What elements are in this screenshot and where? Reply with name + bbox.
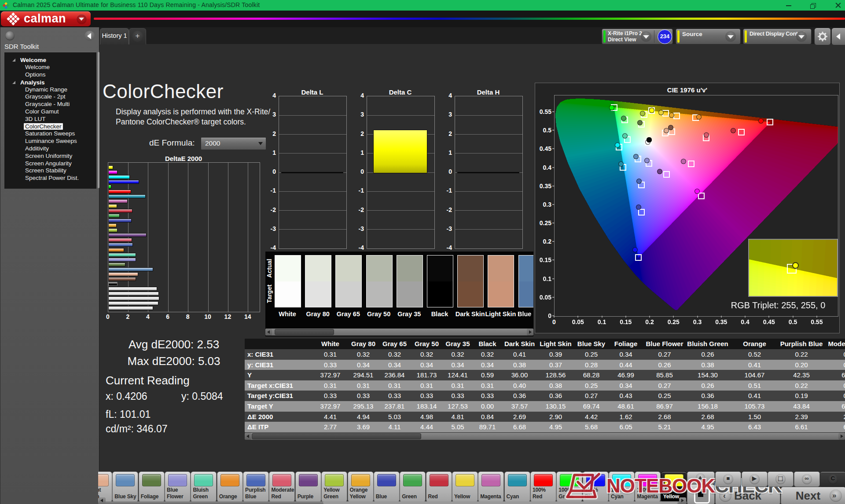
patch-button-moderate-red[interactable]: Moderate Red <box>269 471 295 502</box>
scrollbar-thumb[interactable] <box>323 501 678 504</box>
patch-button-red[interactable]: Red <box>426 471 452 502</box>
tool-icon-rect: ■ <box>723 474 733 484</box>
minimize-button[interactable] <box>779 0 798 11</box>
patch-button-orange[interactable]: Orange <box>217 471 243 502</box>
gridline <box>279 229 346 230</box>
toolbar-collapse-button[interactable] <box>831 28 845 45</box>
cie-measured-blue-flower <box>644 158 650 163</box>
scroll-right-button[interactable] <box>679 497 686 504</box>
tree-item-saturation-sweeps[interactable]: Saturation Sweeps <box>4 130 96 138</box>
swatch-gray-80 <box>305 255 331 307</box>
scroll-right-button[interactable] <box>527 329 533 336</box>
y-tick-label: 1 <box>438 149 452 156</box>
patch-button-magenta[interactable]: Magenta <box>478 471 504 502</box>
meter-count-badge[interactable]: 234 <box>658 29 672 44</box>
scroll-left-button[interactable] <box>245 433 251 440</box>
tree-item-3d-lut[interactable]: 3D LUT <box>4 116 96 123</box>
patch-button-green[interactable]: Green <box>400 471 426 502</box>
tree-item-screen-stability[interactable]: Screen Stability <box>4 167 96 175</box>
patch-button-100-blue[interactable]: 100% Blue <box>583 471 609 502</box>
swatch-scrollbar[interactable] <box>265 329 533 336</box>
tree-item-colorchecker[interactable]: ColorChecker <box>4 123 96 131</box>
pattern-tool-button-play[interactable]: ▶ <box>742 471 768 487</box>
tree-item-spectral-power-dist-[interactable]: Spectral Power Dist. <box>4 175 96 182</box>
patch-button-yellow-green[interactable]: Yellow Green <box>321 471 347 502</box>
scroll-left-button[interactable] <box>265 329 272 336</box>
tree-item-screen-angularity[interactable]: Screen Angularity <box>4 160 96 168</box>
tree-item-luminance-sweeps[interactable]: Luminance Sweeps <box>4 138 96 145</box>
pattern-up-button[interactable] <box>687 471 715 484</box>
scroll-right-button[interactable] <box>838 433 845 440</box>
gridline <box>367 210 434 211</box>
tree-item-additivity[interactable]: Additivity <box>4 145 96 153</box>
patch-button-100-green[interactable]: 100% Green <box>556 471 582 502</box>
table-cell: 0.25 <box>574 380 608 391</box>
close-button[interactable] <box>828 0 845 11</box>
patch-button-orange-yellow[interactable]: Orange Yellow <box>348 471 374 502</box>
patch-button-cyan[interactable]: Cyan <box>504 471 530 502</box>
settings-button[interactable] <box>814 28 831 45</box>
patch-button-100-red[interactable]: 100% Red <box>530 471 556 502</box>
gridline <box>455 191 522 192</box>
patch-button-100-cyan[interactable]: 100% Cyan <box>609 471 635 502</box>
pattern-tool-button-rect[interactable]: ■ <box>715 471 741 487</box>
calman-menu-button[interactable]: calman <box>1 11 91 26</box>
add-tab-button[interactable]: + <box>129 28 146 44</box>
table-cell: 0.34 <box>411 360 443 370</box>
patch-button-blue[interactable]: Blue <box>374 471 400 502</box>
tree-scrollbar[interactable] <box>98 52 99 188</box>
pattern-window-button[interactable] <box>687 484 715 504</box>
tree-expander-icon[interactable] <box>12 81 15 84</box>
patch-button-bluish-green[interactable]: Bluish Green <box>191 471 217 502</box>
meter-dropdown[interactable]: X-Rite i1Pro 2 Direct View 234 <box>602 29 673 44</box>
pattern-tool-button-frame[interactable]: ⬚ <box>768 471 794 487</box>
tree-expander-icon[interactable] <box>12 58 15 62</box>
patch-button-100-magenta[interactable]: 100% Magenta <box>635 471 661 502</box>
cie-tick-mark <box>552 204 554 205</box>
maximize-button[interactable] <box>804 0 823 11</box>
patch-button-label: 100% Cyan <box>610 487 634 500</box>
scrollbar-thumb[interactable] <box>275 329 334 335</box>
pattern-tool-button-curve[interactable]: ∞ <box>794 471 820 487</box>
tree-item-screen-uniformity[interactable]: Screen Uniformity <box>4 153 96 160</box>
patch-button-foliage[interactable]: Foliage <box>139 471 165 502</box>
patch-button-blue-flower[interactable]: Blue Flower <box>165 471 191 502</box>
swatch-actual <box>458 256 483 281</box>
next-button[interactable]: Next » <box>781 487 845 504</box>
sidebar-collapse-button[interactable] <box>84 31 95 41</box>
de-formula-select[interactable]: 2000 <box>201 137 266 150</box>
table-cell: 0.40 <box>502 380 537 391</box>
tree-item-label: Saturation Sweeps <box>25 130 75 137</box>
tree-group-welcome[interactable]: Welcome <box>4 56 96 64</box>
display-status-indicator <box>745 30 747 43</box>
patch-button-yellow[interactable]: Yellow <box>452 471 478 502</box>
source-dropdown[interactable]: Source <box>676 29 741 44</box>
tree-item-options[interactable]: Options <box>4 71 96 79</box>
tree-group-analysis[interactable]: Analysis <box>4 79 96 86</box>
display-control-dropdown[interactable]: Direct Display Control <box>743 29 812 44</box>
patch-button-purplish-blue[interactable]: Purplish Blue <box>243 471 269 502</box>
scrollbar-thumb[interactable] <box>252 433 421 439</box>
table-scrollbar[interactable] <box>245 433 845 440</box>
patch-button-purple[interactable]: Purple <box>295 471 321 502</box>
tab-history-1[interactable]: History 1 <box>100 28 129 44</box>
patch-button-label: Magenta <box>479 493 503 500</box>
patch-strip-scrollbar[interactable] <box>98 501 687 504</box>
chevron-right-icon <box>681 499 684 502</box>
deltae-bar-blue-sky <box>108 267 153 271</box>
x-tick-label: 14 <box>243 313 252 320</box>
scroll-left-button[interactable] <box>99 497 106 504</box>
patch-button-blue-sky[interactable]: Blue Sky <box>112 471 138 502</box>
pattern-tool-button-refresh[interactable]: C <box>820 471 845 487</box>
gridline <box>455 153 522 153</box>
tree-item-dynamic-range[interactable]: Dynamic Range <box>4 86 96 94</box>
cie-measured-blue-sky <box>633 154 639 159</box>
tree-item-grayscale-multi[interactable]: Grayscale - Multi <box>4 101 96 108</box>
calman-menu-dropdown[interactable] <box>77 14 87 24</box>
tree-item-grayscale-2pt[interactable]: Grayscale - 2pt <box>4 93 96 101</box>
back-button[interactable]: ‹ Back <box>715 487 780 504</box>
tree-item-color-gamut[interactable]: Color Gamut <box>4 108 96 116</box>
table-row-header: ΔE 2000 <box>245 412 312 422</box>
swatch-black <box>427 255 453 307</box>
tree-item-welcome[interactable]: Welcome <box>4 64 96 71</box>
